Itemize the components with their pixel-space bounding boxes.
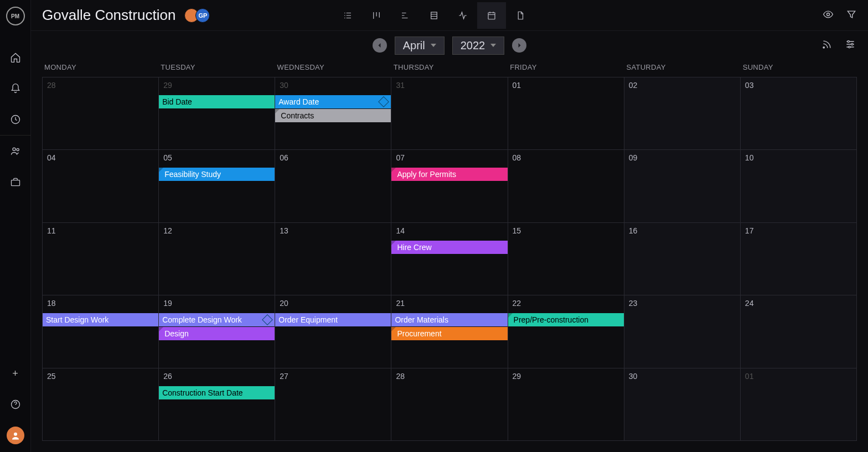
app-logo[interactable]: PM [6,7,25,25]
calendar-cell[interactable]: 28 [391,368,508,441]
calendar-cell[interactable]: 25 [43,368,159,441]
day-number: 08 [510,152,622,163]
event-label: Bid Date [162,95,192,108]
svg-rect-6 [431,12,437,19]
calendar-cell[interactable]: 10 [741,150,857,222]
filter-icon[interactable] [846,9,857,22]
bell-icon[interactable] [0,73,31,104]
user-avatar[interactable] [7,427,24,444]
calendar-event[interactable]: Award Date [275,95,391,108]
calendar-cell[interactable]: 08 [508,150,624,222]
day-number: 05 [161,152,272,163]
event-label: Procurement [395,327,441,340]
calendar-event[interactable]: Feasibility Study [159,168,275,181]
calendar-cell[interactable]: 06 [275,150,391,222]
calendar-event[interactable]: Complete Design Work [159,313,275,326]
event-label: Design [162,327,189,340]
calendar-cell[interactable]: 30Award DateContracts [275,77,391,150]
event-label: Hire Crew [395,241,431,254]
calendar-cell[interactable]: 26Construction Start Date [159,368,275,441]
help-icon[interactable] [0,389,31,420]
gantt-view-icon[interactable] [391,2,420,29]
day-header: SUNDAY [741,60,857,77]
files-view-icon[interactable] [506,2,535,29]
calendar-cell[interactable]: 24 [741,295,857,368]
home-icon[interactable] [0,42,31,73]
recurrence-indicator-icon [391,168,396,172]
calendar-grid: 2829Bid Date30Award DateContracts3101020… [42,77,857,441]
calendar-cell[interactable]: 03 [741,77,857,150]
team-icon[interactable] [0,136,31,167]
calendar-cell[interactable]: 07Apply for Permits [391,150,508,222]
calendar-cell[interactable]: 04 [43,150,159,222]
member-avatar-2[interactable]: GP [195,8,210,23]
calendar-cell[interactable]: 01 [508,77,624,150]
calendar-cell[interactable]: 16 [624,223,741,295]
briefcase-icon[interactable] [0,167,31,198]
calendar-event[interactable]: Start Design Work [43,313,158,326]
calendar-cell[interactable]: 11 [43,223,159,295]
calendar-cell[interactable]: 12 [159,223,275,295]
calendar-cell[interactable]: 09 [624,150,741,222]
calendar-cell[interactable]: 02 [624,77,741,150]
calendar-event[interactable]: Order Equipment [275,313,391,326]
activity-view-icon[interactable] [448,2,477,29]
calendar-cell[interactable]: 23 [624,295,741,368]
calendar-cell[interactable]: 18Start Design Work [43,295,159,368]
month-dropdown[interactable]: April [395,37,445,55]
visibility-icon[interactable] [823,9,834,22]
year-dropdown[interactable]: 2022 [452,37,505,55]
calendar-event[interactable]: Construction Start Date [159,386,275,399]
calendar-cell[interactable]: 31 [391,77,508,150]
prev-month-button[interactable] [373,38,387,53]
add-icon[interactable]: + [0,358,31,389]
calendar-event[interactable]: Procurement [391,327,507,340]
calendar-cell[interactable]: 20Order Equipment [275,295,391,368]
calendar-cell[interactable]: 29Bid Date [159,77,275,150]
sheet-view-icon[interactable] [420,2,448,29]
project-title: Govalle Construction [42,7,175,24]
svg-point-9 [823,47,825,49]
calendar-event[interactable]: Hire Crew [391,241,507,254]
calendar-cell[interactable]: 21Order MaterialsProcurement [391,295,508,368]
settings-icon[interactable] [845,39,856,52]
calendar-cell[interactable]: 28 [43,77,159,150]
calendar-cell[interactable]: 15 [508,223,624,295]
calendar-cell[interactable]: 27 [275,368,391,441]
event-label: Award Date [278,95,319,108]
project-members[interactable]: GP [188,8,210,23]
recurrence-indicator-icon [508,313,513,318]
calendar-event[interactable]: Prep/Pre-construction [508,313,624,326]
calendar-cell[interactable]: 14Hire Crew [391,223,508,295]
day-headers: MONDAYTUESDAYWEDNESDAYTHURSDAYFRIDAYSATU… [42,60,857,77]
calendar-event[interactable]: Bid Date [159,95,275,108]
day-number: 29 [161,80,272,91]
date-navigator: April 2022 [31,31,868,60]
event-label: Construction Start Date [162,386,243,399]
calendar-cell[interactable]: 22Prep/Pre-construction [508,295,624,368]
board-view-icon[interactable] [362,2,391,29]
feed-icon[interactable] [822,39,833,52]
calendar-cell[interactable]: 30 [624,368,741,441]
calendar-view-icon[interactable] [477,2,506,29]
calendar-cell[interactable]: 29 [508,368,624,441]
calendar-event[interactable]: Design [159,327,275,340]
day-number: 26 [161,371,272,382]
day-number: 13 [277,225,389,236]
calendar-event[interactable]: Contracts [275,109,391,122]
calendar-event[interactable]: Order Materials [391,313,507,326]
next-month-button[interactable] [512,38,526,53]
calendar-cell[interactable]: 05Feasibility Study [159,150,275,222]
recurrence-indicator-icon [159,168,163,172]
month-label: April [403,39,425,52]
event-label: Prep/Pre-construction [512,313,588,326]
calendar-cell[interactable]: 13 [275,223,391,295]
clock-icon[interactable] [0,104,31,135]
list-view-icon[interactable] [333,2,362,29]
calendar-cell[interactable]: 17 [741,223,857,295]
svg-point-2 [17,148,19,150]
calendar-event[interactable]: Apply for Permits [391,168,507,181]
left-sidebar: PM + [0,0,31,452]
calendar-cell[interactable]: 01 [741,368,857,441]
calendar-cell[interactable]: 19Complete Design WorkDesign [159,295,275,368]
